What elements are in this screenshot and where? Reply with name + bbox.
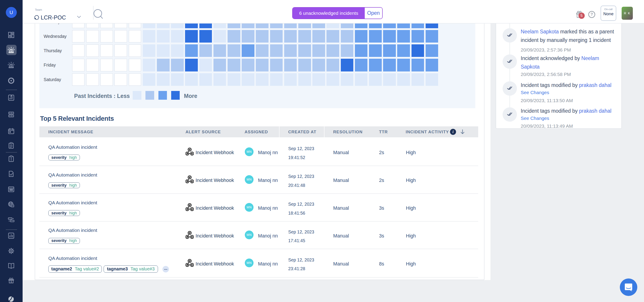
svg-text:$: $ xyxy=(10,280,12,283)
